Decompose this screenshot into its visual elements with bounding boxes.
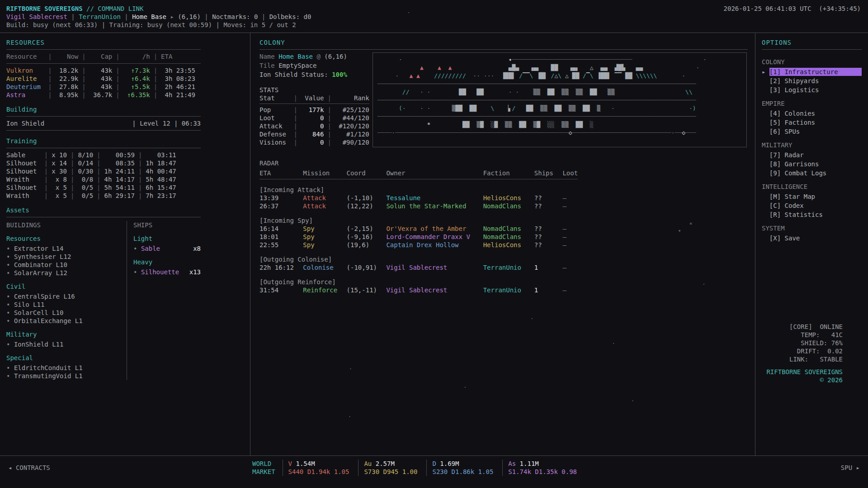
mission-owner: Captain Drex Hollow: [386, 241, 477, 249]
ships-column: SHIPS Light • Sable: [127, 221, 201, 380]
bullet-icon: •: [6, 261, 10, 268]
pipe: |: [71, 167, 74, 175]
context-segment: |: [201, 13, 212, 20]
radar-row[interactable]: 16:14 Spy (-2,15) Or'Vexra of the Amber …: [259, 225, 578, 233]
system-brand: RIFTBORNE SOVEREIGNS: [762, 368, 843, 376]
options-item[interactable]: [3] Logistics: [762, 86, 862, 94]
options-item[interactable]: [R] Statistics: [762, 211, 862, 219]
bullet-icon: •: [133, 268, 137, 276]
resource-name: Deuterium: [6, 83, 44, 91]
radar-group: [Outgoing Colonise] 22h 16:12 Colonise (…: [259, 255, 748, 272]
options-item[interactable]: [2] Shipyards: [762, 77, 862, 85]
building-group: Resources • Extractor L14: [6, 235, 127, 277]
world-market: WORLD MARKET V 1.54M S440 D1.94k 1.05 Au…: [252, 460, 586, 476]
radar-row[interactable]: 26:37 Attack (12,22) Solun the Star-Mark…: [259, 202, 578, 210]
pipe: |: [97, 159, 100, 167]
stat-rank: #25/120: [335, 106, 369, 114]
market-symbol: V: [288, 460, 292, 467]
unit-time-total: 6h 15:47: [146, 183, 176, 192]
unit-time-total: 4h 00:47: [146, 167, 176, 175]
colony-ascii-art: · ✦────────────────────────────────── · …: [373, 52, 747, 147]
pipe: |: [97, 192, 100, 200]
shield-label: Ion Shield Status:: [259, 71, 328, 78]
options-item-key: [C]: [769, 202, 781, 209]
unit-qty: x 10: [52, 151, 67, 159]
options-item[interactable]: [7] Radar: [762, 151, 862, 159]
mission-owner: Vigil Sablecrest: [386, 286, 477, 294]
options-section: INTELLIGENCE [M] Star Map [C] Codex: [762, 183, 862, 219]
divider: [6, 49, 201, 50]
building-item-name: Silo L11: [14, 301, 44, 308]
col-faction: Faction: [483, 169, 529, 177]
pipe: |: [293, 114, 297, 122]
col-eta: ETA: [161, 52, 195, 61]
options-item-label: Statistics: [785, 211, 823, 218]
options-item[interactable]: [9] Combat Logs: [762, 169, 862, 177]
unit-name: Silhouet: [6, 167, 41, 175]
market-entry-total: V 1.54M: [288, 460, 349, 468]
mission-coord: (-10,91): [347, 263, 381, 272]
stat-row: Visions | 0 | #90/120: [259, 138, 369, 146]
building-group-heading: Civil: [6, 282, 127, 291]
pipe: |: [44, 183, 48, 192]
options-item[interactable]: [M] Star Map: [762, 192, 862, 201]
context-bar[interactable]: Vigil Sablecrest | TerranUnion | Home Ba…: [6, 13, 861, 21]
mission-eta: 18:01: [259, 233, 297, 241]
radar-row[interactable]: 22:55 Spy (19,6) Captain Drex Hollow Hel…: [259, 241, 578, 249]
at-symbol: @: [316, 53, 320, 60]
unit-progress: 0/8: [78, 175, 93, 183]
pipe: |: [154, 52, 157, 61]
ship-group: Light • Sable x8: [133, 235, 201, 253]
building-queue-row: Ion Shield | Level 12 | 06:33: [6, 119, 201, 127]
options-item[interactable]: [4] Colonies: [762, 109, 862, 117]
building-item-name: OrbitalExchange L1: [14, 317, 83, 324]
ship-item: • Sable x8: [133, 244, 201, 253]
context-segment: Noctmarks: 0: [212, 13, 258, 20]
options-section: SYSTEM [X] Save: [762, 224, 862, 242]
bullet-icon: •: [6, 245, 10, 252]
building-item: • IonShield L11: [6, 340, 127, 348]
mission-ships: 1: [534, 263, 557, 272]
stat-rank: #90/120: [335, 138, 369, 146]
stat-name: Loot: [259, 114, 290, 122]
options-item[interactable]: ▸ [1] Infrastructure: [762, 68, 862, 76]
mission-type: Spy: [303, 241, 341, 249]
mission-eta: 22h 16:12: [259, 263, 297, 272]
options-item[interactable]: [X] Save: [762, 234, 862, 242]
options-item[interactable]: [5] Factions: [762, 118, 862, 127]
spu-button[interactable]: SPU ▸: [841, 464, 868, 472]
radar-row[interactable]: 31:54 Reinforce (15,-11) Vigil Sablecres…: [259, 286, 578, 294]
pipe: |: [48, 75, 52, 83]
pipe: |: [71, 192, 74, 200]
main-area: RESOURCES Resource | Now | Cap | /h | ET…: [0, 33, 868, 455]
colony-info: Name Home Base @ (6,16) Tile EmptySpace …: [259, 52, 364, 147]
stat-rank: #120/120: [335, 122, 369, 130]
radar-row[interactable]: 13:39 Attack (-1,10) Tessalune HeliosCon…: [259, 194, 578, 202]
options-item-label: Star Map: [785, 193, 815, 200]
unit-progress: 0/30: [78, 167, 93, 175]
right-arrow-icon: ▸: [856, 464, 860, 471]
market-symbol: D: [432, 460, 436, 467]
radar-row[interactable]: 18:01 Spy (-9,16) Lord-Commander Draxx V…: [259, 233, 578, 241]
context-segment: |: [67, 13, 79, 20]
ship-item-name: • Silhouette: [133, 268, 179, 276]
col-eta: ETA: [259, 169, 297, 177]
resources-header: Resource | Now | Cap | /h | ETA: [6, 52, 201, 61]
options-item[interactable]: [C] Codex: [762, 202, 862, 210]
pipe: |: [138, 167, 142, 175]
building-name: Ion Shield: [6, 119, 44, 127]
options-section-heading: INTELLIGENCE: [762, 183, 862, 191]
colony-name: Home Base: [278, 53, 313, 60]
app-title: RIFTBORNE SOVEREIGNS // COMMAND LINK: [6, 5, 143, 13]
mission-coord: (-2,15): [347, 225, 381, 233]
options-item[interactable]: [8] Garrisons: [762, 160, 862, 168]
stat-name: Pop: [259, 106, 290, 114]
bullet-icon: •: [6, 372, 10, 380]
contracts-button[interactable]: ◂ CONTRACTS: [0, 464, 252, 472]
col-ships: Ships: [534, 169, 557, 177]
options-item[interactable]: [6] SPUs: [762, 127, 862, 136]
radar-row[interactable]: 22h 16:12 Colonise (-10,91) Vigil Sablec…: [259, 263, 578, 272]
radar-group: [Incoming Attack] 13:39 Attack (-1,10) T…: [259, 186, 748, 210]
unit-time-total: 03:11: [146, 151, 176, 159]
market-amount: 1.54M: [296, 460, 315, 467]
